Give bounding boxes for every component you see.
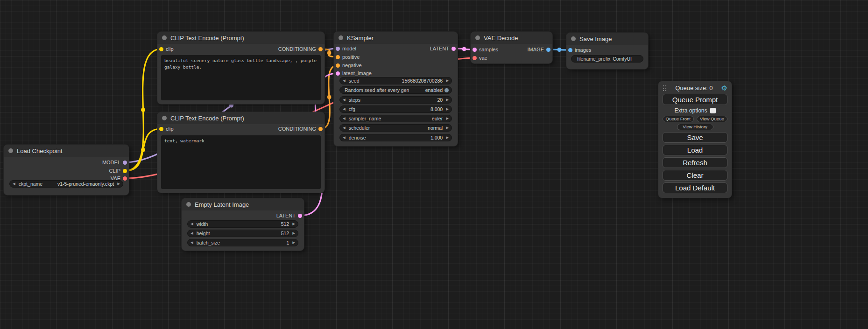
clear-button[interactable]: Clear <box>663 170 727 181</box>
extra-options-checkbox[interactable] <box>710 108 716 113</box>
positive-input-dot[interactable] <box>336 55 340 59</box>
random-seed-toggle-widget[interactable]: Random seed after every gen enabled <box>339 86 452 94</box>
samples-input-dot[interactable] <box>473 48 477 52</box>
input-slot-vae[interactable]: vae <box>473 54 487 62</box>
input-slot-samples[interactable]: samples <box>473 46 498 53</box>
clip-input-dot[interactable] <box>159 127 163 131</box>
collapse-dot-icon[interactable] <box>571 36 576 41</box>
decrement-arrow-icon[interactable]: ◀ <box>343 98 346 102</box>
view-queue-button[interactable]: View Queue <box>697 116 728 122</box>
increment-arrow-icon[interactable]: ▶ <box>292 222 295 226</box>
ckpt-name-widget[interactable]: ◀ ckpt_name v1-5-pruned-emaonly.ckpt ▶ <box>9 180 123 188</box>
link-midpoint-dot[interactable] <box>462 47 466 51</box>
latent-output-dot[interactable] <box>298 214 302 218</box>
vae-input-dot[interactable] <box>473 56 477 60</box>
increment-arrow-icon[interactable]: ▶ <box>446 79 449 83</box>
collapse-dot-icon[interactable] <box>162 116 167 120</box>
steps-widget[interactable]: ◀ steps 20 ▶ <box>339 96 452 104</box>
node-load-checkpoint[interactable]: Load Checkpoint MODEL CLIP VAE ◀ ckpt_na… <box>4 145 129 195</box>
conditioning-output-dot[interactable] <box>318 47 323 51</box>
link-midpoint-dot[interactable] <box>327 51 332 55</box>
input-slot-latent-image[interactable]: latent_image <box>336 70 372 77</box>
increment-arrow-icon[interactable]: ▶ <box>446 107 449 111</box>
images-input-dot[interactable] <box>568 48 572 52</box>
increment-arrow-icon[interactable]: ▶ <box>446 136 449 140</box>
load-checkpoint-title-bar[interactable]: Load Checkpoint <box>4 145 129 157</box>
node-clip-text-encode-negative[interactable]: CLIP Text Encode (Prompt) clip CONDITION… <box>157 112 325 193</box>
output-slot-conditioning[interactable]: CONDITIONING <box>278 125 323 133</box>
drag-handle-icon[interactable] <box>663 85 667 91</box>
node-graph-canvas[interactable]: Load Checkpoint MODEL CLIP VAE ◀ ckpt_na… <box>0 0 868 329</box>
save-image-title-bar[interactable]: Save Image <box>566 33 648 45</box>
input-slot-clip[interactable]: clip <box>159 125 174 133</box>
link-midpoint-dot[interactable] <box>557 48 562 52</box>
input-slot-clip[interactable]: clip <box>159 45 174 53</box>
cfg-widget[interactable]: ◀ cfg 8.000 ▶ <box>339 105 452 113</box>
ksampler-title-bar[interactable]: KSampler <box>334 32 458 44</box>
latent-output-dot[interactable] <box>452 47 456 51</box>
sampler-name-widget[interactable]: ◀ sampler_name euler ▶ <box>339 115 452 122</box>
increment-arrow-icon[interactable]: ▶ <box>446 98 449 102</box>
denoise-widget[interactable]: ◀ denoise 1.000 ▶ <box>339 134 452 141</box>
output-slot-model[interactable]: MODEL <box>102 159 127 166</box>
increment-arrow-icon[interactable]: ▶ <box>446 126 449 130</box>
positive-prompt-textarea[interactable]: beautiful scenery nature glass bottle la… <box>161 55 321 100</box>
model-output-dot[interactable] <box>123 161 127 165</box>
load-default-button[interactable]: Load Default <box>663 182 727 193</box>
batch-size-widget[interactable]: ◀ batch_size 1 ▶ <box>187 239 298 246</box>
clip-input-dot[interactable] <box>159 47 163 51</box>
save-button[interactable]: Save <box>663 132 727 143</box>
input-slot-model[interactable]: model <box>336 45 356 52</box>
collapse-dot-icon[interactable] <box>186 202 191 207</box>
collapse-dot-icon[interactable] <box>339 35 343 40</box>
output-slot-latent[interactable]: LATENT <box>430 45 456 52</box>
input-slot-negative[interactable]: negative <box>336 62 362 69</box>
refresh-button[interactable]: Refresh <box>663 157 727 168</box>
image-output-dot[interactable] <box>546 48 550 52</box>
decrement-arrow-icon[interactable]: ◀ <box>343 126 346 130</box>
seed-widget[interactable]: ◀ seed 156680208700286 ▶ <box>339 77 452 84</box>
collapse-dot-icon[interactable] <box>8 148 13 153</box>
collapse-dot-icon[interactable] <box>162 35 167 40</box>
collapse-dot-icon[interactable] <box>475 35 480 40</box>
decrement-arrow-icon[interactable]: ◀ <box>343 117 346 120</box>
output-slot-image[interactable]: IMAGE <box>528 46 550 53</box>
conditioning-output-dot[interactable] <box>318 127 323 131</box>
link-midpoint-dot[interactable] <box>327 95 332 99</box>
settings-gear-icon[interactable]: ⚙ <box>721 84 727 91</box>
width-widget[interactable]: ◀ width 512 ▶ <box>187 220 298 228</box>
output-slot-conditioning[interactable]: CONDITIONING <box>278 45 323 53</box>
load-button[interactable]: Load <box>663 145 727 155</box>
vae-decode-title-bar[interactable]: VAE Decode <box>471 32 552 44</box>
decrement-arrow-icon[interactable]: ◀ <box>191 241 193 245</box>
node-clip-text-encode-positive[interactable]: CLIP Text Encode (Prompt) clip CONDITION… <box>157 32 325 104</box>
clip-text-encode-title-bar[interactable]: CLIP Text Encode (Prompt) <box>157 32 325 44</box>
input-slot-images[interactable]: images <box>568 46 591 54</box>
decrement-arrow-icon[interactable]: ◀ <box>343 107 346 111</box>
output-slot-clip[interactable]: CLIP <box>109 167 127 175</box>
view-history-button[interactable]: View History <box>677 124 713 130</box>
model-input-dot[interactable] <box>336 47 340 51</box>
increment-arrow-icon[interactable]: ▶ <box>446 117 449 120</box>
vae-output-dot[interactable] <box>123 176 127 181</box>
empty-latent-image-title-bar[interactable]: Empty Latent Image <box>182 198 304 210</box>
node-vae-decode[interactable]: VAE Decode samples vae IMAGE <box>471 32 552 63</box>
link-midpoint-dot[interactable] <box>141 148 145 152</box>
decrement-arrow-icon[interactable]: ◀ <box>191 231 193 235</box>
height-widget[interactable]: ◀ height 512 ▶ <box>187 230 298 237</box>
increment-arrow-icon[interactable]: ▶ <box>292 231 295 235</box>
clip-output-dot[interactable] <box>123 169 127 173</box>
decrement-arrow-icon[interactable]: ◀ <box>13 182 15 186</box>
input-slot-positive[interactable]: positive <box>336 53 360 61</box>
queue-prompt-button[interactable]: Queue Prompt <box>663 94 727 105</box>
latent-image-input-dot[interactable] <box>336 71 340 76</box>
decrement-arrow-icon[interactable]: ◀ <box>343 79 346 83</box>
decrement-arrow-icon[interactable]: ◀ <box>343 136 346 140</box>
negative-input-dot[interactable] <box>336 63 340 68</box>
filename-prefix-widget[interactable]: filename_prefix ComfyUI <box>571 55 643 63</box>
decrement-arrow-icon[interactable]: ◀ <box>191 222 193 226</box>
negative-prompt-textarea[interactable]: text, watermark <box>161 135 321 189</box>
link-midpoint-dot[interactable] <box>141 108 145 112</box>
increment-arrow-icon[interactable]: ▶ <box>117 182 120 186</box>
clip-text-encode-title-bar[interactable]: CLIP Text Encode (Prompt) <box>157 112 325 124</box>
